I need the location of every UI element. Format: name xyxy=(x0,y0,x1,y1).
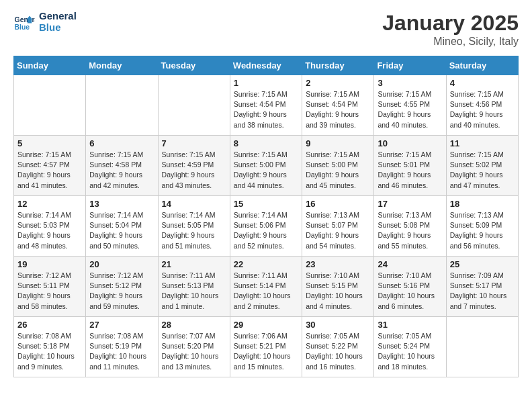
day-number: 24 xyxy=(378,259,442,269)
day-info: Sunrise: 7:10 AM Sunset: 5:15 PM Dayligh… xyxy=(306,271,370,312)
day-info: Sunrise: 7:15 AM Sunset: 4:54 PM Dayligh… xyxy=(306,89,370,130)
calendar-cell: 1Sunrise: 7:15 AM Sunset: 4:54 PM Daylig… xyxy=(230,75,302,136)
weekday-header-wednesday: Wednesday xyxy=(230,56,302,75)
day-info: Sunrise: 7:06 AM Sunset: 5:21 PM Dayligh… xyxy=(234,331,298,372)
calendar-cell: 21Sunrise: 7:11 AM Sunset: 5:13 PM Dayli… xyxy=(158,257,230,317)
calendar-cell xyxy=(158,75,230,136)
day-info: Sunrise: 7:12 AM Sunset: 5:12 PM Dayligh… xyxy=(89,271,154,312)
calendar-cell xyxy=(446,317,518,377)
day-number: 25 xyxy=(450,259,515,269)
day-number: 23 xyxy=(306,259,370,269)
calendar-cell: 12Sunrise: 7:14 AM Sunset: 5:03 PM Dayli… xyxy=(14,196,86,257)
weekday-header-thursday: Thursday xyxy=(302,56,374,75)
day-info: Sunrise: 7:15 AM Sunset: 4:59 PM Dayligh… xyxy=(162,150,226,191)
day-number: 28 xyxy=(162,320,226,330)
day-info: Sunrise: 7:10 AM Sunset: 5:16 PM Dayligh… xyxy=(378,271,442,312)
day-number: 3 xyxy=(378,78,442,88)
calendar-cell: 31Sunrise: 7:05 AM Sunset: 5:24 PM Dayli… xyxy=(374,317,446,377)
day-info: Sunrise: 7:15 AM Sunset: 4:56 PM Dayligh… xyxy=(450,89,515,130)
month-title: January 2025 xyxy=(382,11,519,36)
day-info: Sunrise: 7:05 AM Sunset: 5:22 PM Dayligh… xyxy=(306,331,370,372)
day-info: Sunrise: 7:15 AM Sunset: 5:00 PM Dayligh… xyxy=(234,150,298,191)
calendar-cell: 18Sunrise: 7:13 AM Sunset: 5:09 PM Dayli… xyxy=(446,196,518,257)
weekday-header-monday: Monday xyxy=(86,56,158,75)
day-number: 15 xyxy=(234,199,298,209)
calendar-cell: 8Sunrise: 7:15 AM Sunset: 5:00 PM Daylig… xyxy=(230,136,302,196)
day-info: Sunrise: 7:15 AM Sunset: 4:58 PM Dayligh… xyxy=(89,150,154,191)
day-info: Sunrise: 7:14 AM Sunset: 5:03 PM Dayligh… xyxy=(17,210,82,251)
calendar-cell: 2Sunrise: 7:15 AM Sunset: 4:54 PM Daylig… xyxy=(302,75,374,136)
day-number: 11 xyxy=(450,138,515,148)
day-number: 21 xyxy=(162,259,226,269)
day-number: 2 xyxy=(306,78,370,88)
day-info: Sunrise: 7:13 AM Sunset: 5:07 PM Dayligh… xyxy=(306,210,370,251)
week-row-1: 5Sunrise: 7:15 AM Sunset: 4:57 PM Daylig… xyxy=(14,136,519,196)
weekday-header-friday: Friday xyxy=(374,56,446,75)
calendar-cell: 22Sunrise: 7:11 AM Sunset: 5:14 PM Dayli… xyxy=(230,257,302,317)
day-number: 17 xyxy=(378,199,442,209)
logo-general: General xyxy=(39,11,77,22)
day-number: 6 xyxy=(89,138,154,148)
day-number: 14 xyxy=(162,199,226,209)
calendar-cell: 29Sunrise: 7:06 AM Sunset: 5:21 PM Dayli… xyxy=(230,317,302,377)
week-row-3: 19Sunrise: 7:12 AM Sunset: 5:11 PM Dayli… xyxy=(14,257,519,317)
day-info: Sunrise: 7:12 AM Sunset: 5:11 PM Dayligh… xyxy=(17,271,82,312)
day-number: 22 xyxy=(234,259,298,269)
day-info: Sunrise: 7:11 AM Sunset: 5:13 PM Dayligh… xyxy=(162,271,226,312)
day-info: Sunrise: 7:13 AM Sunset: 5:08 PM Dayligh… xyxy=(378,210,442,251)
svg-text:Blue: Blue xyxy=(15,24,30,31)
day-number: 9 xyxy=(306,138,370,148)
day-info: Sunrise: 7:09 AM Sunset: 5:17 PM Dayligh… xyxy=(450,271,515,312)
calendar-cell: 11Sunrise: 7:15 AM Sunset: 5:02 PM Dayli… xyxy=(446,136,518,196)
day-number: 20 xyxy=(89,259,154,269)
calendar-cell: 30Sunrise: 7:05 AM Sunset: 5:22 PM Dayli… xyxy=(302,317,374,377)
day-number: 18 xyxy=(450,199,515,209)
day-number: 7 xyxy=(162,138,226,148)
calendar-cell: 23Sunrise: 7:10 AM Sunset: 5:15 PM Dayli… xyxy=(302,257,374,317)
day-info: Sunrise: 7:13 AM Sunset: 5:09 PM Dayligh… xyxy=(450,210,515,251)
calendar-cell: 20Sunrise: 7:12 AM Sunset: 5:12 PM Dayli… xyxy=(86,257,158,317)
weekday-header-tuesday: Tuesday xyxy=(158,56,230,75)
day-number: 30 xyxy=(306,320,370,330)
calendar-cell xyxy=(86,75,158,136)
day-number: 26 xyxy=(17,320,82,330)
logo-blue: Blue xyxy=(39,22,77,34)
day-number: 8 xyxy=(234,138,298,148)
calendar-cell: 4Sunrise: 7:15 AM Sunset: 4:56 PM Daylig… xyxy=(446,75,518,136)
svg-text:General: General xyxy=(15,16,35,24)
location: Mineo, Sicily, Italy xyxy=(382,36,519,48)
calendar-cell xyxy=(14,75,86,136)
day-info: Sunrise: 7:07 AM Sunset: 5:20 PM Dayligh… xyxy=(162,331,226,372)
calendar-cell: 25Sunrise: 7:09 AM Sunset: 5:17 PM Dayli… xyxy=(446,257,518,317)
day-number: 5 xyxy=(17,138,82,148)
day-number: 31 xyxy=(378,320,442,330)
week-row-2: 12Sunrise: 7:14 AM Sunset: 5:03 PM Dayli… xyxy=(14,196,519,257)
title-block: January 2025 Mineo, Sicily, Italy xyxy=(382,11,519,48)
day-info: Sunrise: 7:11 AM Sunset: 5:14 PM Dayligh… xyxy=(234,271,298,312)
weekday-header-sunday: Sunday xyxy=(14,56,86,75)
calendar-cell: 15Sunrise: 7:14 AM Sunset: 5:06 PM Dayli… xyxy=(230,196,302,257)
day-number: 29 xyxy=(234,320,298,330)
header: General Blue General Blue January 2025 M… xyxy=(13,11,519,48)
calendar-table: SundayMondayTuesdayWednesdayThursdayFrid… xyxy=(13,56,519,377)
day-number: 10 xyxy=(378,138,442,148)
calendar-cell: 3Sunrise: 7:15 AM Sunset: 4:55 PM Daylig… xyxy=(374,75,446,136)
day-number: 27 xyxy=(89,320,154,330)
calendar-cell: 14Sunrise: 7:14 AM Sunset: 5:05 PM Dayli… xyxy=(158,196,230,257)
calendar-cell: 13Sunrise: 7:14 AM Sunset: 5:04 PM Dayli… xyxy=(86,196,158,257)
day-info: Sunrise: 7:15 AM Sunset: 4:54 PM Dayligh… xyxy=(234,89,298,130)
calendar-cell: 26Sunrise: 7:08 AM Sunset: 5:18 PM Dayli… xyxy=(14,317,86,377)
day-info: Sunrise: 7:08 AM Sunset: 5:19 PM Dayligh… xyxy=(89,331,154,372)
day-info: Sunrise: 7:15 AM Sunset: 5:02 PM Dayligh… xyxy=(450,150,515,191)
day-info: Sunrise: 7:15 AM Sunset: 5:01 PM Dayligh… xyxy=(378,150,442,191)
calendar-cell: 5Sunrise: 7:15 AM Sunset: 4:57 PM Daylig… xyxy=(14,136,86,196)
day-info: Sunrise: 7:15 AM Sunset: 5:00 PM Dayligh… xyxy=(306,150,370,191)
calendar-cell: 10Sunrise: 7:15 AM Sunset: 5:01 PM Dayli… xyxy=(374,136,446,196)
day-number: 13 xyxy=(89,199,154,209)
calendar-cell: 17Sunrise: 7:13 AM Sunset: 5:08 PM Dayli… xyxy=(374,196,446,257)
calendar-cell: 6Sunrise: 7:15 AM Sunset: 4:58 PM Daylig… xyxy=(86,136,158,196)
day-number: 19 xyxy=(17,259,82,269)
week-row-4: 26Sunrise: 7:08 AM Sunset: 5:18 PM Dayli… xyxy=(14,317,519,377)
calendar-cell: 16Sunrise: 7:13 AM Sunset: 5:07 PM Dayli… xyxy=(302,196,374,257)
day-info: Sunrise: 7:15 AM Sunset: 4:55 PM Dayligh… xyxy=(378,89,442,130)
